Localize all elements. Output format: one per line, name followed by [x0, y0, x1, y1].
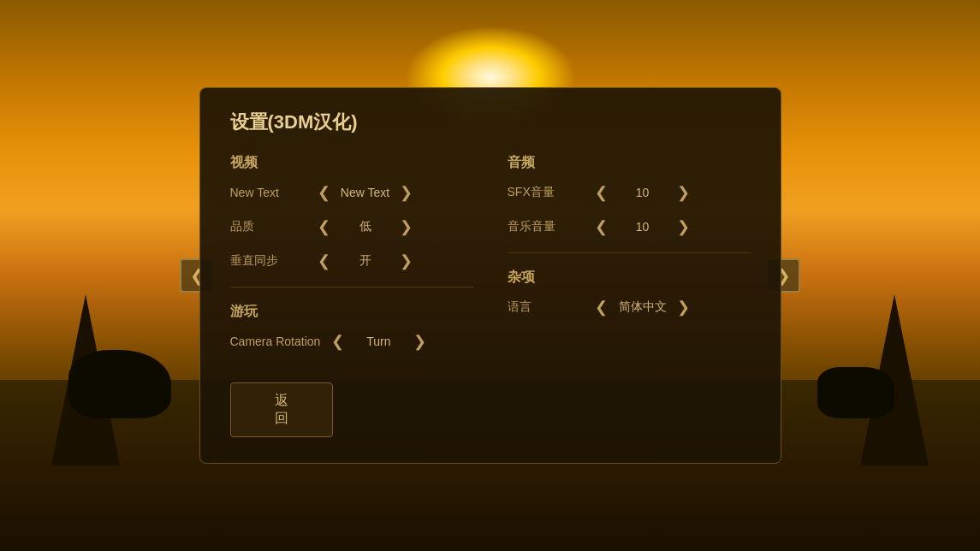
right-divider — [508, 252, 751, 253]
camera-control: ❮ Turn ❯ — [327, 331, 472, 352]
camera-value: Turn — [353, 335, 404, 348]
left-divider — [230, 287, 473, 287]
vsync-label: 垂直同步 — [230, 253, 307, 269]
sfx-control: ❮ 10 ❯ — [591, 182, 751, 203]
music-label: 音乐音量 — [508, 219, 585, 234]
misc-section-header: 杂项 — [508, 269, 751, 287]
video-section-header: 视频 — [230, 154, 473, 172]
resolution-control: ❮ New Text ❯ — [314, 182, 473, 203]
gameplay-section-header: 游玩 — [230, 303, 473, 321]
music-row: 音乐音量 ❮ 10 ❯ — [508, 216, 751, 237]
sfx-prev-button[interactable]: ❮ — [591, 182, 612, 203]
music-prev-button[interactable]: ❮ — [591, 216, 612, 237]
animal-left — [68, 350, 171, 418]
language-value: 简体中文 — [617, 299, 668, 315]
language-label: 语言 — [508, 299, 585, 315]
vsync-next-button[interactable]: ❯ — [396, 251, 417, 271]
vsync-control: ❮ 开 ❯ — [314, 251, 473, 271]
vsync-value: 开 — [340, 253, 391, 269]
language-prev-button[interactable]: ❮ — [591, 297, 612, 317]
settings-body: 视频 New Text ❮ New Text ❯ 品质 ❮ 低 ❯ 垂直同步 — [230, 154, 751, 365]
music-next-button[interactable]: ❯ — [674, 216, 694, 237]
language-row: 语言 ❮ 简体中文 ❯ — [508, 297, 751, 317]
music-value: 10 — [617, 220, 668, 234]
sfx-label: SFX音量 — [508, 185, 585, 200]
music-control: ❮ 10 ❯ — [591, 216, 751, 237]
quality-value: 低 — [340, 219, 391, 234]
sfx-row: SFX音量 ❮ 10 ❯ — [508, 182, 751, 203]
quality-label: 品质 — [230, 219, 307, 234]
animal-right — [817, 367, 894, 418]
back-button[interactable]: 返回 — [230, 382, 333, 437]
language-next-button[interactable]: ❯ — [674, 297, 694, 317]
settings-dialog: 设置(3DM汉化) 视频 New Text ❮ New Text ❯ 品质 ❮ … — [199, 87, 781, 464]
camera-label: Camera Rotation — [230, 335, 321, 348]
vsync-prev-button[interactable]: ❮ — [314, 251, 335, 271]
language-control: ❮ 简体中文 ❯ — [591, 297, 751, 317]
sfx-value: 10 — [617, 186, 668, 199]
quality-next-button[interactable]: ❯ — [396, 216, 417, 237]
camera-next-button[interactable]: ❯ — [409, 331, 430, 352]
resolution-value: New Text — [340, 186, 391, 199]
quality-row: 品质 ❮ 低 ❯ — [230, 216, 473, 237]
resolution-prev-button[interactable]: ❮ — [314, 182, 335, 203]
left-column: 视频 New Text ❮ New Text ❯ 品质 ❮ 低 ❯ 垂直同步 — [230, 154, 473, 365]
camera-row: Camera Rotation ❮ Turn ❯ — [230, 331, 473, 352]
audio-section-header: 音频 — [508, 154, 751, 172]
dialog-title: 设置(3DM汉化) — [230, 110, 751, 135]
vsync-row: 垂直同步 ❮ 开 ❯ — [230, 251, 473, 271]
quality-control: ❮ 低 ❯ — [314, 216, 473, 237]
right-column: 音频 SFX音量 ❮ 10 ❯ 音乐音量 ❮ 10 ❯ 杂项 — [508, 154, 751, 365]
resolution-next-button[interactable]: ❯ — [396, 182, 417, 203]
sfx-next-button[interactable]: ❯ — [674, 182, 694, 203]
resolution-label: New Text — [230, 186, 307, 199]
resolution-row: New Text ❮ New Text ❯ — [230, 182, 473, 203]
camera-prev-button[interactable]: ❮ — [327, 331, 347, 352]
quality-prev-button[interactable]: ❮ — [314, 216, 335, 237]
